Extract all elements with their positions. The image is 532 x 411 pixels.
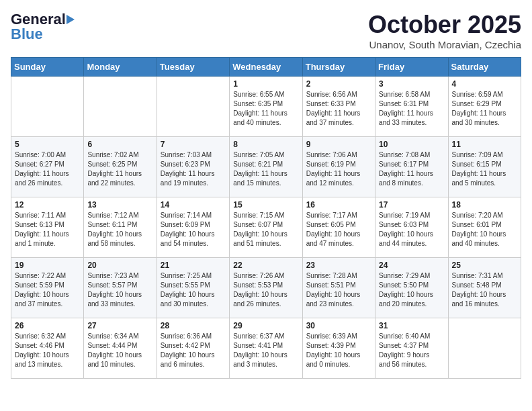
- day-info: Sunrise: 7:09 AM Sunset: 6:15 PM Dayligh…: [452, 150, 517, 188]
- day-info: Sunrise: 7:17 AM Sunset: 6:05 PM Dayligh…: [306, 211, 371, 248]
- calendar-cell: 6Sunrise: 7:02 AM Sunset: 6:25 PM Daylig…: [84, 137, 157, 197]
- dow-header-wednesday: Wednesday: [230, 58, 302, 77]
- calendar-cell: 10Sunrise: 7:08 AM Sunset: 6:17 PM Dayli…: [375, 137, 448, 197]
- calendar-cell: 24Sunrise: 7:29 AM Sunset: 5:50 PM Dayli…: [375, 258, 448, 318]
- day-info: Sunrise: 7:15 AM Sunset: 6:07 PM Dayligh…: [233, 211, 298, 248]
- calendar-cell: 23Sunrise: 7:28 AM Sunset: 5:51 PM Dayli…: [302, 258, 375, 318]
- dow-header-monday: Monday: [84, 58, 157, 77]
- day-info: Sunrise: 7:03 AM Sunset: 6:23 PM Dayligh…: [161, 150, 226, 188]
- day-number: 20: [87, 261, 152, 270]
- calendar-cell: 9Sunrise: 7:06 AM Sunset: 6:19 PM Daylig…: [302, 137, 375, 197]
- day-number: 14: [161, 200, 226, 210]
- day-number: 3: [379, 79, 444, 89]
- day-info: Sunrise: 6:36 AM Sunset: 4:42 PM Dayligh…: [161, 332, 226, 369]
- day-info: Sunrise: 7:14 AM Sunset: 6:09 PM Dayligh…: [161, 211, 226, 248]
- day-info: Sunrise: 6:56 AM Sunset: 6:33 PM Dayligh…: [306, 90, 371, 128]
- calendar-body: 1Sunrise: 6:55 AM Sunset: 6:35 PM Daylig…: [11, 77, 521, 379]
- day-number: 13: [87, 200, 152, 210]
- day-number: 8: [233, 140, 298, 149]
- calendar-cell: 12Sunrise: 7:11 AM Sunset: 6:13 PM Dayli…: [11, 197, 84, 258]
- day-number: 9: [306, 140, 371, 149]
- dow-header-friday: Friday: [375, 58, 448, 77]
- day-number: 2: [306, 79, 371, 89]
- day-number: 18: [452, 200, 517, 210]
- location: Unanov, South Moravian, Czechia: [368, 39, 521, 50]
- day-number: 21: [161, 261, 226, 270]
- day-number: 1: [233, 79, 298, 89]
- calendar-table: SundayMondayTuesdayWednesdayThursdayFrid…: [11, 57, 521, 379]
- calendar-cell: 25Sunrise: 7:31 AM Sunset: 5:48 PM Dayli…: [448, 258, 521, 318]
- day-info: Sunrise: 7:25 AM Sunset: 5:55 PM Dayligh…: [161, 271, 226, 309]
- calendar-cell: 4Sunrise: 6:59 AM Sunset: 6:29 PM Daylig…: [448, 77, 521, 137]
- day-number: 27: [87, 321, 152, 330]
- day-number: 30: [306, 321, 371, 330]
- calendar-cell: 2Sunrise: 6:56 AM Sunset: 6:33 PM Daylig…: [302, 77, 375, 137]
- calendar-cell: 18Sunrise: 7:20 AM Sunset: 6:01 PM Dayli…: [448, 197, 521, 258]
- day-number: 15: [233, 200, 298, 210]
- day-number: 12: [15, 200, 80, 210]
- calendar-cell: 22Sunrise: 7:26 AM Sunset: 5:53 PM Dayli…: [230, 258, 302, 318]
- day-info: Sunrise: 7:28 AM Sunset: 5:51 PM Dayligh…: [306, 271, 371, 309]
- week-row-2: 5Sunrise: 7:00 AM Sunset: 6:27 PM Daylig…: [11, 137, 521, 197]
- logo: General Blue: [11, 11, 75, 43]
- day-info: Sunrise: 6:55 AM Sunset: 6:35 PM Dayligh…: [233, 90, 298, 128]
- logo-blue: Blue: [11, 26, 43, 43]
- day-number: 24: [379, 261, 444, 270]
- day-info: Sunrise: 7:08 AM Sunset: 6:17 PM Dayligh…: [379, 150, 444, 188]
- calendar-cell: 13Sunrise: 7:12 AM Sunset: 6:11 PM Dayli…: [84, 197, 157, 258]
- day-info: Sunrise: 6:40 AM Sunset: 4:37 PM Dayligh…: [379, 332, 444, 369]
- week-row-4: 19Sunrise: 7:22 AM Sunset: 5:59 PM Dayli…: [11, 258, 521, 318]
- calendar-cell: [448, 318, 521, 379]
- day-info: Sunrise: 7:11 AM Sunset: 6:13 PM Dayligh…: [15, 211, 80, 248]
- day-info: Sunrise: 7:23 AM Sunset: 5:57 PM Dayligh…: [87, 271, 152, 309]
- day-number: 25: [452, 261, 517, 270]
- week-row-1: 1Sunrise: 6:55 AM Sunset: 6:35 PM Daylig…: [11, 77, 521, 137]
- title-block: October 2025 Unanov, South Moravian, Cze…: [368, 11, 521, 50]
- day-info: Sunrise: 7:26 AM Sunset: 5:53 PM Dayligh…: [233, 271, 298, 309]
- day-info: Sunrise: 7:19 AM Sunset: 6:03 PM Dayligh…: [379, 211, 444, 248]
- day-number: 7: [161, 140, 226, 149]
- day-info: Sunrise: 7:20 AM Sunset: 6:01 PM Dayligh…: [452, 211, 517, 248]
- calendar-cell: 3Sunrise: 6:58 AM Sunset: 6:31 PM Daylig…: [375, 77, 448, 137]
- day-info: Sunrise: 7:12 AM Sunset: 6:11 PM Dayligh…: [87, 211, 152, 248]
- day-number: 10: [379, 140, 444, 149]
- day-info: Sunrise: 6:39 AM Sunset: 4:39 PM Dayligh…: [306, 332, 371, 369]
- dow-header-thursday: Thursday: [302, 58, 375, 77]
- day-info: Sunrise: 6:32 AM Sunset: 4:46 PM Dayligh…: [15, 332, 80, 369]
- calendar-cell: 30Sunrise: 6:39 AM Sunset: 4:39 PM Dayli…: [302, 318, 375, 379]
- calendar-cell: 28Sunrise: 6:36 AM Sunset: 4:42 PM Dayli…: [157, 318, 229, 379]
- day-number: 29: [233, 321, 298, 330]
- day-number: 5: [15, 140, 80, 149]
- calendar-cell: 19Sunrise: 7:22 AM Sunset: 5:59 PM Dayli…: [11, 258, 84, 318]
- month-title: October 2025: [368, 11, 521, 39]
- day-number: 26: [15, 321, 80, 330]
- calendar-cell: 26Sunrise: 6:32 AM Sunset: 4:46 PM Dayli…: [11, 318, 84, 379]
- calendar-cell: [157, 77, 229, 137]
- calendar-cell: 8Sunrise: 7:05 AM Sunset: 6:21 PM Daylig…: [230, 137, 302, 197]
- day-number: 6: [87, 140, 152, 149]
- day-number: 11: [452, 140, 517, 149]
- calendar-cell: 16Sunrise: 7:17 AM Sunset: 6:05 PM Dayli…: [302, 197, 375, 258]
- calendar-cell: 14Sunrise: 7:14 AM Sunset: 6:09 PM Dayli…: [157, 197, 229, 258]
- day-number: 31: [379, 321, 444, 330]
- day-info: Sunrise: 6:34 AM Sunset: 4:44 PM Dayligh…: [87, 332, 152, 369]
- calendar-cell: 11Sunrise: 7:09 AM Sunset: 6:15 PM Dayli…: [448, 137, 521, 197]
- calendar-cell: 15Sunrise: 7:15 AM Sunset: 6:07 PM Dayli…: [230, 197, 302, 258]
- day-number: 28: [161, 321, 226, 330]
- day-number: 17: [379, 200, 444, 210]
- day-number: 23: [306, 261, 371, 270]
- calendar-cell: 20Sunrise: 7:23 AM Sunset: 5:57 PM Dayli…: [84, 258, 157, 318]
- week-row-3: 12Sunrise: 7:11 AM Sunset: 6:13 PM Dayli…: [11, 197, 521, 258]
- calendar-cell: 1Sunrise: 6:55 AM Sunset: 6:35 PM Daylig…: [230, 77, 302, 137]
- page-header: General Blue October 2025 Unanov, South …: [11, 11, 521, 50]
- calendar-cell: [11, 77, 84, 137]
- calendar-cell: 7Sunrise: 7:03 AM Sunset: 6:23 PM Daylig…: [157, 137, 229, 197]
- week-row-5: 26Sunrise: 6:32 AM Sunset: 4:46 PM Dayli…: [11, 318, 521, 379]
- calendar-cell: 31Sunrise: 6:40 AM Sunset: 4:37 PM Dayli…: [375, 318, 448, 379]
- logo-arrow-icon: [66, 15, 75, 24]
- calendar-cell: 5Sunrise: 7:00 AM Sunset: 6:27 PM Daylig…: [11, 137, 84, 197]
- day-number: 19: [15, 261, 80, 270]
- dow-header-saturday: Saturday: [448, 58, 521, 77]
- calendar-cell: 27Sunrise: 6:34 AM Sunset: 4:44 PM Dayli…: [84, 318, 157, 379]
- day-info: Sunrise: 7:02 AM Sunset: 6:25 PM Dayligh…: [87, 150, 152, 188]
